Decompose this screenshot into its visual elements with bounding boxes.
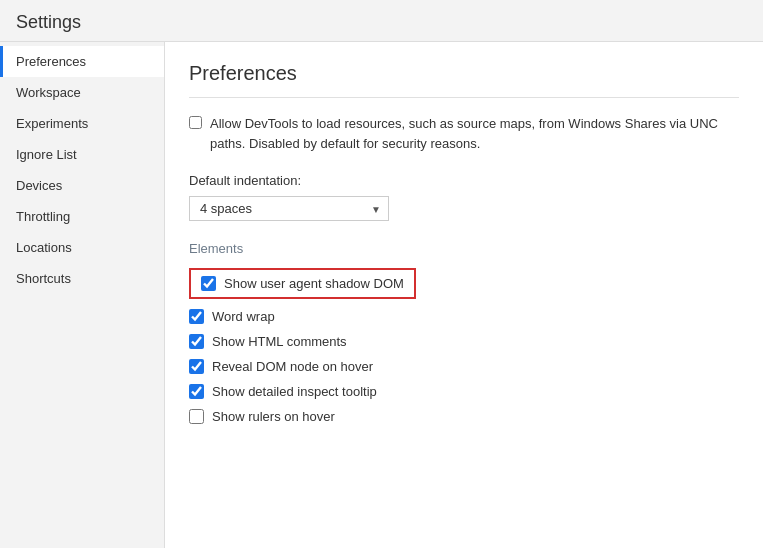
sidebar-item-workspace[interactable]: Workspace: [0, 77, 164, 108]
checkbox-label-reveal-dom: Reveal DOM node on hover: [212, 359, 373, 374]
indentation-select[interactable]: 2 spaces4 spaces8 spacesTab character: [189, 196, 389, 221]
unc-section: Allow DevTools to load resources, such a…: [189, 114, 739, 153]
checkbox-label-shadow-dom: Show user agent shadow DOM: [224, 276, 404, 291]
elements-section: Elements Show user agent shadow DOMWord …: [189, 241, 739, 424]
checkbox-label-word-wrap: Word wrap: [212, 309, 275, 324]
indentation-label: Default indentation:: [189, 173, 739, 188]
checkbox-label-rulers: Show rulers on hover: [212, 409, 335, 424]
sidebar-item-preferences[interactable]: Preferences: [0, 46, 164, 77]
checkbox-label-inspect-tooltip: Show detailed inspect tooltip: [212, 384, 377, 399]
main-content: Preferences Allow DevTools to load resou…: [165, 42, 763, 548]
page-title: Preferences: [189, 62, 739, 98]
checkbox-rulers[interactable]: [189, 409, 204, 424]
sidebar-item-locations[interactable]: Locations: [0, 232, 164, 263]
sidebar-item-ignore-list[interactable]: Ignore List: [0, 139, 164, 170]
checkbox-row-rulers: Show rulers on hover: [189, 409, 739, 424]
sidebar-item-shortcuts[interactable]: Shortcuts: [0, 263, 164, 294]
checkbox-shadow-dom[interactable]: [201, 276, 216, 291]
unc-path-text: Allow DevTools to load resources, such a…: [210, 114, 739, 153]
sidebar: PreferencesWorkspaceExperimentsIgnore Li…: [0, 42, 165, 548]
indentation-section: Default indentation: 2 spaces4 spaces8 s…: [189, 173, 739, 221]
unc-path-row: Allow DevTools to load resources, such a…: [189, 114, 739, 153]
unc-path-checkbox[interactable]: [189, 116, 202, 129]
checkbox-row-inspect-tooltip: Show detailed inspect tooltip: [189, 384, 739, 399]
app-title: Settings: [0, 0, 763, 42]
checkboxes-container: Show user agent shadow DOMWord wrapShow …: [189, 268, 739, 424]
checkbox-word-wrap[interactable]: [189, 309, 204, 324]
sidebar-item-devices[interactable]: Devices: [0, 170, 164, 201]
checkbox-row-reveal-dom: Reveal DOM node on hover: [189, 359, 739, 374]
checkbox-row-html-comments: Show HTML comments: [189, 334, 739, 349]
elements-heading: Elements: [189, 241, 739, 256]
checkbox-label-html-comments: Show HTML comments: [212, 334, 347, 349]
checkbox-row-shadow-dom: Show user agent shadow DOM: [189, 268, 416, 299]
indentation-select-wrapper: 2 spaces4 spaces8 spacesTab character ▼: [189, 196, 389, 221]
checkbox-html-comments[interactable]: [189, 334, 204, 349]
checkbox-row-word-wrap: Word wrap: [189, 309, 739, 324]
checkbox-inspect-tooltip[interactable]: [189, 384, 204, 399]
checkbox-reveal-dom[interactable]: [189, 359, 204, 374]
sidebar-item-experiments[interactable]: Experiments: [0, 108, 164, 139]
sidebar-item-throttling[interactable]: Throttling: [0, 201, 164, 232]
